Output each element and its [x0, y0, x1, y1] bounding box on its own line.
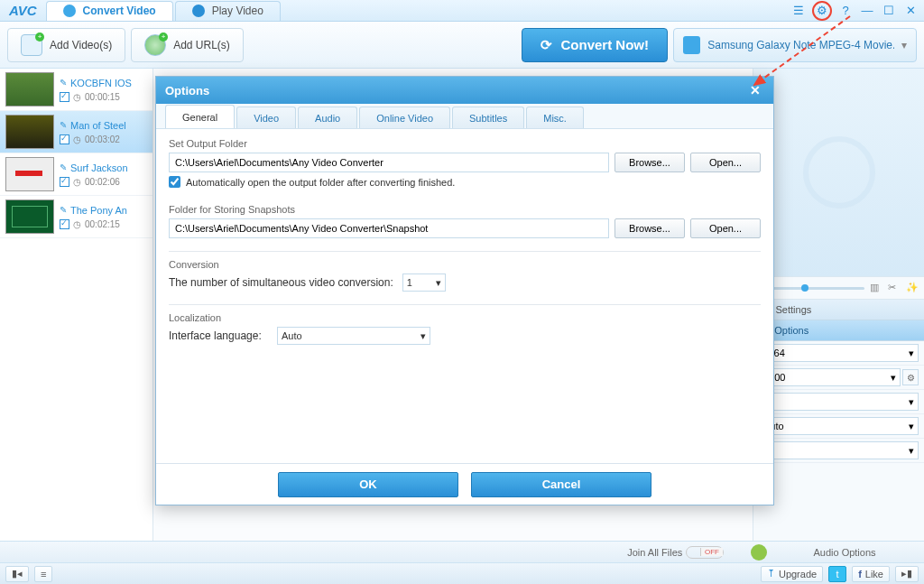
play-icon	[192, 5, 205, 17]
upload-icon: ⤒	[767, 568, 775, 579]
chevron-down-icon: ▾	[909, 445, 914, 457]
cancel-button[interactable]: Cancel	[471, 472, 651, 497]
auto-open-checkbox-row[interactable]: Automatically open the output folder aft…	[169, 176, 761, 188]
tab-general[interactable]: General	[165, 105, 235, 128]
video-size-select[interactable]: Auto▾	[759, 417, 919, 435]
video-duration: 00:00:15	[85, 92, 120, 102]
tab-convert-video[interactable]: Convert Video	[46, 1, 173, 21]
facebook-icon: f	[858, 569, 862, 579]
tab-subtitles[interactable]: Subtitles	[452, 107, 524, 128]
conversion-group: Conversion The number of simultaneous vi…	[169, 259, 761, 295]
checkbox-icon[interactable]	[60, 177, 69, 187]
open-button[interactable]: Open...	[690, 218, 761, 238]
clock-icon: ◷	[73, 134, 81, 144]
auto-open-checkbox[interactable]	[169, 176, 180, 188]
twitter-icon[interactable]: t	[828, 566, 846, 582]
join-all-label: Join All Files	[627, 547, 682, 558]
right-panel: ▥ ✂ ✨ sic Settings eo Options x264▾ 2500…	[753, 69, 924, 541]
video-fps-select[interactable]: 25▾	[759, 393, 919, 411]
snapshot-folder-input[interactable]	[169, 218, 609, 238]
button-label: Add URL(s)	[173, 39, 230, 51]
video-duration: 00:02:15	[85, 219, 120, 229]
seek-slider[interactable]	[759, 287, 864, 290]
main-toolbar: + Add Video(s) + Add URL(s) ⟳ Convert No…	[0, 22, 924, 69]
gear-icon[interactable]: ⚙	[812, 1, 832, 21]
clip-icon[interactable]: ▥	[870, 282, 882, 294]
language-select[interactable]: Auto▾	[277, 327, 430, 345]
help-icon[interactable]: ?	[837, 3, 854, 19]
basic-settings-header[interactable]: sic Settings	[753, 300, 924, 320]
video-name: KOCBFN IOS	[70, 78, 132, 88]
dialog-title-bar: Options ✕	[156, 77, 773, 104]
menu-icon[interactable]: ☰	[790, 3, 807, 19]
tab-label: Convert Video	[83, 5, 156, 17]
video-item[interactable]: ✎Man of Steel ◷00:03:02	[0, 111, 152, 153]
audio-options-label[interactable]: Audio Options	[772, 547, 917, 558]
options-dialog: Options ✕ General Video Audio Online Vid…	[155, 76, 774, 505]
video-list-sidebar: ✎KOCBFN IOS ◷00:00:15 ✎Man of Steel ◷00:…	[0, 69, 153, 541]
video-duration: 00:03:02	[85, 134, 120, 144]
device-icon	[683, 36, 700, 54]
group-label: Set Output Folder	[169, 138, 253, 149]
facebook-like-button[interactable]: fLike	[852, 566, 890, 582]
panel-right-toggle[interactable]: ▸▮	[895, 566, 919, 582]
tab-audio[interactable]: Audio	[298, 107, 357, 128]
simultaneous-select[interactable]: 1▾	[402, 273, 446, 292]
video-options-header[interactable]: eo Options	[753, 320, 924, 341]
video-bitrate-select[interactable]: 2500▾	[759, 368, 901, 386]
checkbox-icon[interactable]	[60, 134, 69, 144]
video-name: Man of Steel	[70, 120, 126, 131]
video-codec-select[interactable]: x264▾	[759, 344, 919, 362]
upgrade-button[interactable]: ⤒Upgrade	[761, 566, 823, 582]
convert-now-button[interactable]: ⟳ Convert Now!	[522, 28, 669, 62]
output-profile-dropdown[interactable]: Samsung Galaxy Note MPEG-4 Movie... ▾	[673, 28, 917, 62]
output-folder-group: Set Output Folder Browse... Open... Auto…	[169, 138, 761, 195]
open-button[interactable]: Open...	[690, 153, 761, 172]
minimize-icon[interactable]: —	[859, 3, 875, 19]
convert-icon	[63, 5, 76, 17]
button-label: Add Video(s)	[50, 39, 112, 51]
refresh-icon: ⟳	[541, 37, 552, 53]
add-urls-button[interactable]: + Add URL(s)	[131, 28, 244, 62]
video-item[interactable]: ✎KOCBFN IOS ◷00:00:15	[0, 69, 152, 111]
title-bar: AVC Convert Video Play Video ☰ ⚙ ? — ☐ ✕	[0, 0, 924, 22]
chevron-down-icon: ▾	[436, 277, 441, 289]
video-thumbnail	[5, 157, 54, 191]
panel-left-toggle[interactable]: ▮◂	[5, 566, 29, 582]
ok-button[interactable]: OK	[278, 472, 458, 497]
add-videos-button[interactable]: + Add Video(s)	[7, 28, 125, 62]
maximize-icon[interactable]: ☐	[881, 3, 897, 19]
video-thumbnail	[5, 199, 54, 234]
checkbox-icon[interactable]	[60, 219, 69, 229]
close-icon[interactable]: ✕	[746, 81, 764, 99]
clock-icon: ◷	[73, 177, 81, 187]
tab-online-video[interactable]: Online Video	[359, 107, 450, 128]
panel-list-toggle[interactable]: ≡	[34, 566, 52, 582]
auto-open-label: Automatically open the output folder aft…	[186, 177, 455, 188]
output-folder-input[interactable]	[169, 153, 609, 172]
simultaneous-label: The number of simultaneous video convers…	[169, 276, 393, 289]
pencil-icon: ✎	[60, 120, 67, 130]
close-icon[interactable]: ✕	[902, 3, 919, 19]
browse-button[interactable]: Browse...	[614, 153, 685, 172]
tab-misc[interactable]: Misc.	[526, 107, 584, 128]
pencil-icon: ✎	[60, 205, 67, 215]
video-item[interactable]: ✎The Pony An ◷00:02:15	[0, 196, 152, 238]
video-pass-select[interactable]: 1▾	[759, 441, 919, 459]
speaker-icon[interactable]	[751, 544, 767, 561]
video-thumbnail	[5, 115, 54, 149]
wand-icon[interactable]: ✨	[906, 282, 919, 294]
gear-icon[interactable]: ⚙	[902, 369, 919, 385]
snapshot-folder-group: Folder for Storing Snapshots Browse... O…	[169, 204, 761, 242]
app-logo: AVC	[0, 3, 46, 18]
checkbox-icon[interactable]	[60, 92, 69, 102]
film-icon: +	[21, 34, 42, 56]
join-all-toggle[interactable]: OFF	[686, 546, 724, 559]
browse-button[interactable]: Browse...	[614, 218, 685, 238]
chevron-down-icon: ▾	[420, 330, 426, 342]
preview-area	[753, 69, 924, 276]
tab-play-video[interactable]: Play Video	[175, 1, 281, 21]
video-item[interactable]: ✎Surf Jackson ◷00:02:06	[0, 153, 152, 196]
scissors-icon[interactable]: ✂	[888, 282, 901, 294]
tab-video[interactable]: Video	[236, 107, 296, 128]
